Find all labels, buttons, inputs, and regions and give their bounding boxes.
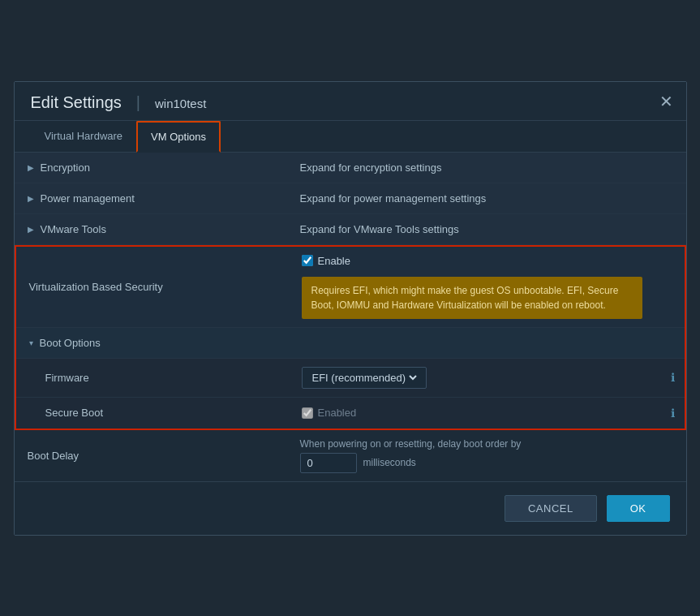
secure-boot-checkbox[interactable]: [302, 407, 313, 419]
boot-delay-description: When powering on or resetting, delay boo…: [300, 438, 676, 450]
tab-vm-options[interactable]: VM Options: [136, 121, 221, 153]
boot-options-value-col: [292, 328, 685, 358]
power-management-chevron-icon: ▶: [28, 194, 34, 203]
header-divider: |: [136, 93, 140, 112]
power-management-label: Power management: [41, 192, 135, 205]
firmware-value-col: EFI (recommended) BIOS ℹ: [292, 359, 685, 397]
boot-delay-label: Boot Delay: [28, 450, 79, 462]
security-boot-section: Virtualization Based Security Enable Req…: [15, 245, 686, 430]
boot-options-label: Boot Options: [40, 337, 101, 349]
boot-delay-value-col: When powering on or resetting, delay boo…: [290, 430, 686, 481]
power-management-section[interactable]: ▶ Power management Expand for power mana…: [15, 183, 686, 214]
firmware-row: Firmware EFI (recommended) BIOS ℹ: [16, 359, 685, 398]
virt-security-label-col: Virtualization Based Security: [16, 247, 292, 327]
virt-warning-box: Requires EFI, which might make the guest…: [302, 277, 642, 319]
secure-boot-row: Secure Boot Enabled ℹ: [16, 398, 685, 429]
virt-enable-checkbox[interactable]: [302, 255, 313, 266]
encryption-section[interactable]: ▶ Encryption Expand for encryption setti…: [15, 153, 686, 183]
power-management-label-col: ▶ Power management: [15, 183, 290, 213]
tab-virtual-hardware[interactable]: Virtual Hardware: [31, 121, 137, 153]
secure-boot-value: Enabled: [318, 407, 357, 419]
vmware-tools-value: Expand for VMware Tools settings: [290, 214, 686, 244]
virt-security-label: Virtualization Based Security: [29, 281, 163, 293]
encryption-chevron-icon: ▶: [28, 163, 34, 172]
tab-bar: Virtual Hardware VM Options: [15, 121, 686, 153]
firmware-select-control[interactable]: EFI (recommended) BIOS: [302, 367, 427, 389]
dialog-title: Edit Settings: [31, 93, 122, 112]
vmware-tools-chevron-icon: ▶: [28, 225, 34, 234]
virt-warning-text: Requires EFI, which might make the guest…: [311, 285, 619, 311]
virt-enable-label: Enable: [318, 255, 350, 267]
encryption-value: Expand for encryption settings: [290, 153, 686, 183]
close-button[interactable]: ✕: [659, 93, 673, 110]
boot-delay-label-col: Boot Delay: [15, 430, 290, 481]
boot-options-chevron-icon: ▾: [29, 338, 33, 347]
firmware-info-icon[interactable]: ℹ: [671, 371, 675, 384]
firmware-select[interactable]: EFI (recommended) BIOS: [309, 371, 419, 385]
firmware-label-col: Firmware: [16, 359, 292, 397]
vmware-tools-section[interactable]: ▶ VMware Tools Expand for VMware Tools s…: [15, 214, 686, 245]
secure-boot-checkbox-label[interactable]: Enabled: [302, 407, 357, 419]
secure-boot-label: Secure Boot: [45, 407, 104, 419]
secure-boot-label-col: Secure Boot: [16, 398, 292, 429]
dialog-footer: CANCEL OK: [15, 481, 686, 535]
virt-security-value-col: Enable Requires EFI, which might make th…: [292, 247, 685, 327]
power-management-value: Expand for power management settings: [290, 183, 686, 213]
boot-options-label-col: ▾ Boot Options: [16, 328, 292, 358]
virt-enable-checkbox-label[interactable]: Enable: [302, 255, 675, 267]
vmware-tools-label-col: ▶ VMware Tools: [15, 214, 290, 244]
secure-boot-value-col: Enabled ℹ: [292, 398, 685, 429]
firmware-label: Firmware: [45, 372, 89, 384]
settings-content[interactable]: ▶ Encryption Expand for encryption setti…: [15, 153, 686, 481]
ok-button[interactable]: OK: [607, 495, 670, 522]
boot-delay-input[interactable]: [300, 453, 357, 473]
virt-security-row: Virtualization Based Security Enable Req…: [16, 247, 685, 328]
milliseconds-label: milliseconds: [363, 457, 416, 468]
vmware-tools-label: VMware Tools: [41, 223, 106, 235]
boot-delay-input-row: milliseconds: [300, 453, 676, 473]
boot-delay-row: Boot Delay When powering on or resetting…: [15, 430, 686, 481]
cancel-button[interactable]: CANCEL: [505, 495, 597, 522]
dialog-header: Edit Settings | win10test ✕: [15, 82, 686, 121]
secure-boot-info-icon[interactable]: ℹ: [671, 407, 675, 420]
edit-settings-dialog: Edit Settings | win10test ✕ Virtual Hard…: [14, 81, 687, 536]
encryption-label: Encryption: [41, 162, 90, 174]
encryption-label-col: ▶ Encryption: [15, 153, 290, 183]
vm-name: win10test: [155, 97, 206, 110]
boot-options-header[interactable]: ▾ Boot Options: [16, 328, 685, 359]
